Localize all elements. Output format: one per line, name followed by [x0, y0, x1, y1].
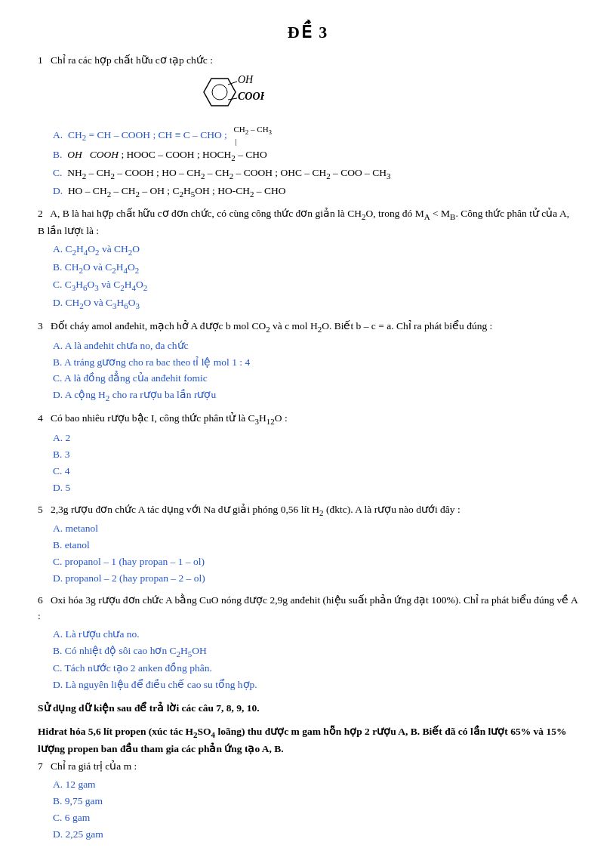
q3-option-d: D. A cộng H2 cho ra rượu ba lần rượu	[53, 387, 578, 405]
q4-option-c: C. 4	[53, 464, 578, 480]
svg-marker-0	[204, 79, 236, 106]
q3-option-b: B. A tráng gương cho ra bac theo tỉ lệ m…	[53, 355, 578, 371]
q1-b-text: OH COOH ; HOOC – COOH ; HOCH2 – CHO	[67, 149, 267, 160]
q2-option-b: B. CH2O và C2H4O2	[53, 260, 578, 277]
q5-options: A. metanol B. etanol C. propanol – 1 (ha…	[38, 521, 578, 587]
q1-c-text: NH2 – CH2 – COOH ; HO – CH2 – CH2 – COOH…	[67, 167, 390, 178]
q2-number: 2	[38, 208, 43, 219]
svg-point-1	[212, 85, 227, 100]
q1-c-letter: C.	[53, 167, 62, 178]
question-4: 4 Có bao nhiêu rượu bậc I, công thức phâ…	[38, 411, 578, 495]
q7-option-a: A. 12 gam	[53, 777, 578, 793]
q4-title: 4 Có bao nhiêu rượu bậc I, công thức phâ…	[38, 411, 578, 428]
q4-option-b: B. 3	[53, 447, 578, 463]
q3-option-a: A. A là anđehit chưa no, đa chức	[53, 338, 578, 354]
question-3: 3 Đốt cháy amol anđehit, mạch hở A được …	[38, 319, 578, 405]
q7-title: 7 Chỉ ra giá trị của m :	[38, 759, 578, 775]
q6-option-a: A. Là rượu chưa no.	[53, 627, 578, 643]
q6-number: 6	[38, 594, 43, 606]
q1-option-c: C. NH2 – CH2 – COOH ; HO – CH2 – CH2 – C…	[53, 165, 578, 183]
q5-option-a: A. metanol	[53, 521, 578, 537]
question-2: 2 A, B là hai hợp chất hữu cơ đơn chức, …	[38, 206, 578, 313]
q5-text: 2,3g rượu đơn chức A tác dụng với Na dư …	[51, 504, 460, 515]
question-6: 6 Oxi hóa 3g rượu đơn chức A bằng CuO nó…	[38, 593, 578, 693]
q1-text: Chỉ ra các hợp chất hữu cơ tạp chức :	[51, 54, 213, 66]
q6-options: A. Là rượu chưa no. B. Có nhiệt độ sôi c…	[38, 627, 578, 694]
q5-number: 5	[38, 504, 43, 515]
q6-option-c: C. Tách nước tạo 2 anken đồng phân.	[53, 661, 578, 677]
question-7: 7 Chỉ ra giá trị của m : A. 12 gam B. 9,…	[38, 759, 578, 843]
svg-text:COOH: COOH	[238, 91, 264, 102]
q1-d-letter: D.	[53, 185, 63, 196]
q5-option-c: C. propanol – 1 (hay propan – 1 – ol)	[53, 554, 578, 570]
q4-options: A. 2 B. 3 C. 4 D. 5	[38, 430, 578, 496]
q3-text: Đốt cháy amol anđehit, mạch hở A được b …	[51, 320, 492, 331]
q7-option-d: D. 2,25 gam	[53, 827, 578, 843]
benzene-molecule: OH COOH	[189, 71, 578, 120]
q1-options: A. CH2 = CH – COOH ; CH ≡ C – CHO ; CH2 …	[38, 125, 578, 200]
q3-number: 3	[38, 320, 43, 331]
q4-text: Có bao nhiêu rượu bậc I, công thức phân …	[51, 412, 288, 424]
q5-option-b: B. etanol	[53, 538, 578, 554]
q4-option-a: A. 2	[53, 430, 578, 446]
q7-number: 7	[38, 760, 43, 772]
q6-option-d: D. Là nguyên liệu để điều chế cao su tổn…	[53, 677, 578, 693]
q3-options: A. A là anđehit chưa no, đa chức B. A tr…	[38, 338, 578, 405]
q7-options: A. 12 gam B. 9,75 gam C. 6 gam D. 2,25 g…	[38, 777, 578, 843]
branch-formula: CH2 – CH3 |	[233, 125, 273, 146]
q6-text: Oxi hóa 3g rượu đơn chức A bằng CuO nóng…	[38, 594, 578, 621]
q1-number: 1	[38, 54, 43, 66]
q7-option-b: B. 9,75 gam	[53, 794, 578, 809]
q2-option-d: D. CH2O và C3H6O3	[53, 295, 578, 313]
q5-title: 5 2,3g rượu đơn chức A tác dụng với Na d…	[38, 502, 578, 520]
bold-instruction-1: Sử dụng dữ kiện sau để trả lời các câu 7…	[38, 701, 578, 717]
q3-title: 3 Đốt cháy amol anđehit, mạch hở A được …	[38, 319, 578, 336]
q4-number: 4	[38, 412, 43, 424]
q6-title: 6 Oxi hóa 3g rượu đơn chức A bằng CuO nó…	[38, 593, 578, 624]
benzene-svg: OH COOH	[189, 71, 264, 120]
q1-title: 1 Chỉ ra các hợp chất hữu cơ tạp chức :	[38, 53, 578, 69]
q1-option-a: A. CH2 = CH – COOH ; CH ≡ C – CHO ; CH2 …	[53, 125, 578, 146]
q2-options: A. C2H4O2 và CH2O B. CH2O và C2H4O2 C. C…	[38, 242, 578, 313]
q6-option-b: B. Có nhiệt độ sôi cao hơn C2H5OH	[53, 643, 578, 661]
q2-title: 2 A, B là hai hợp chất hữu cơ đơn chức, …	[38, 206, 578, 239]
q1-option-d: D. HO – CH2 – CH2 – OH ; C2H5OH ; HO-CH2…	[53, 183, 578, 201]
page-title: ĐỀ 3	[38, 23, 578, 42]
q5-option-d: D. propanol – 2 (hay propan – 2 – ol)	[53, 571, 578, 587]
q7-text: Chỉ ra giá trị của m :	[51, 760, 137, 772]
q1-a-letter: A.	[53, 129, 63, 140]
q4-option-d: D. 5	[53, 480, 578, 496]
question-5: 5 2,3g rượu đơn chức A tác dụng với Na d…	[38, 502, 578, 587]
question-1: 1 Chỉ ra các hợp chất hữu cơ tạp chức : …	[38, 53, 578, 200]
q2-text: A, B là hai hợp chất hữu cơ đơn chức, có…	[38, 208, 569, 236]
q7-option-c: C. 6 gam	[53, 810, 578, 826]
q2-option-a: A. C2H4O2 và CH2O	[53, 242, 578, 259]
q3-option-c: C. A là đồng đẳng của anđehit fomic	[53, 371, 578, 387]
q1-option-b: B. OH COOH ; HOOC – COOH ; HOCH2 – CHO	[53, 147, 578, 165]
q2-option-c: C. C3H6O3 và C2H4O2	[53, 277, 578, 294]
bold-instruction-2: Hiđrat hóa 5,6 lít propen (xúc tác H2SO4…	[38, 724, 578, 757]
q1-d-text: HO – CH2 – CH2 – OH ; C2H5OH ; HO-CH2 – …	[68, 185, 286, 196]
svg-text:OH: OH	[238, 74, 254, 85]
q1-b-letter: B.	[53, 149, 62, 160]
